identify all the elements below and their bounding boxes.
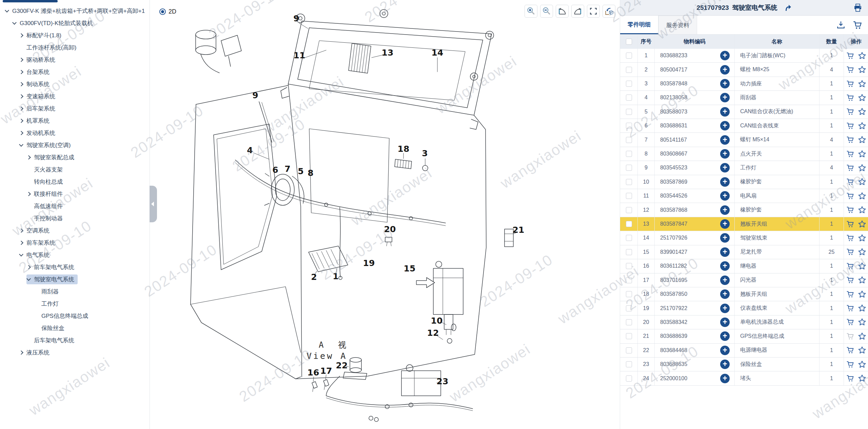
row-favorite-icon[interactable] (858, 304, 866, 312)
add-to-list-icon[interactable] (720, 261, 730, 271)
row-cart-icon[interactable] (846, 262, 854, 270)
add-to-list-icon[interactable] (720, 79, 730, 88)
row-cart-icon[interactable] (846, 164, 854, 172)
row-favorite-icon[interactable] (858, 290, 866, 299)
add-to-list-icon[interactable] (720, 219, 730, 229)
view-mode-2d-radio[interactable]: 2D (159, 8, 176, 15)
part-callout[interactable]: 12 (427, 328, 439, 338)
cart-icon[interactable] (852, 20, 863, 30)
add-to-list-icon[interactable] (720, 149, 730, 159)
row-favorite-icon[interactable] (858, 332, 866, 341)
row-checkbox[interactable] (626, 95, 632, 101)
table-row[interactable]: 2 805004717 螺栓 M8×25 4 (620, 63, 868, 77)
part-callout[interactable]: 13 (382, 48, 394, 58)
tree-item[interactable]: 标配铲斗(1.8) (0, 29, 150, 41)
add-to-list-icon[interactable] (720, 107, 730, 117)
collapse-sidebar-handle[interactable] (150, 186, 157, 222)
tab-service-docs[interactable]: 服务资料 (658, 16, 697, 34)
row-cart-icon[interactable] (846, 65, 854, 74)
part-callout[interactable]: 3 (422, 148, 428, 158)
row-favorite-icon[interactable] (858, 107, 866, 116)
tree-item[interactable]: 驱动桥系统 (0, 54, 150, 66)
jump-up-icon[interactable] (784, 4, 792, 12)
table-row[interactable]: 23 803688635 保险丝盒 1 (620, 358, 868, 371)
part-callout[interactable]: 14 (432, 48, 443, 58)
part-callout[interactable]: 19 (363, 258, 375, 268)
row-cart-icon[interactable] (846, 206, 854, 214)
row-cart-icon[interactable] (846, 150, 854, 158)
row-cart-icon[interactable] (846, 52, 854, 60)
select-all-checkbox[interactable] (626, 39, 632, 45)
add-to-list-icon[interactable] (720, 304, 730, 313)
row-favorite-icon[interactable] (858, 80, 866, 88)
row-checkbox[interactable] (626, 151, 632, 157)
tree-item[interactable]: 工作连杆系统(高卸) (0, 41, 150, 54)
row-checkbox[interactable] (626, 109, 632, 115)
rotate-right-button[interactable] (571, 5, 584, 18)
part-callout[interactable]: 9 (252, 90, 258, 100)
row-cart-icon[interactable] (846, 346, 854, 354)
add-to-list-icon[interactable] (720, 191, 730, 201)
add-to-list-icon[interactable] (720, 135, 730, 145)
table-row[interactable]: 24 252000100 堵头 1 (620, 371, 868, 385)
fit-screen-button[interactable] (587, 5, 600, 18)
add-to-list-icon[interactable] (720, 121, 730, 130)
add-to-list-icon[interactable] (720, 360, 730, 369)
part-callout[interactable]: 7 (284, 164, 290, 174)
add-to-list-icon[interactable] (720, 65, 730, 75)
tree-item[interactable]: 电气系统 (0, 249, 150, 261)
part-callout[interactable]: 20 (384, 224, 396, 234)
table-row[interactable]: 19 251707922 仪表盘线束 1 (620, 301, 868, 315)
row-cart-icon[interactable] (846, 276, 854, 284)
tree-item[interactable]: 后车架电气系统 (0, 334, 150, 346)
sidebar-scrollbar[interactable] (3, 0, 58, 2)
download-icon[interactable] (836, 20, 846, 30)
add-to-list-icon[interactable] (720, 331, 730, 341)
table-row[interactable]: 18 803587850 翘板开关组 1 (620, 287, 868, 301)
row-checkbox[interactable] (626, 137, 632, 143)
row-cart-icon[interactable] (846, 94, 854, 102)
row-favorite-icon[interactable] (858, 136, 866, 144)
row-checkbox[interactable] (626, 179, 632, 185)
row-cart-icon[interactable] (846, 192, 854, 200)
row-checkbox[interactable] (626, 53, 632, 59)
tree-item[interactable]: 液压系统 (0, 346, 150, 359)
row-favorite-icon[interactable] (858, 374, 866, 383)
row-favorite-icon[interactable] (858, 276, 866, 284)
table-row[interactable]: 6 803688631 CAN组合表线束 1 (620, 119, 868, 133)
tree-item[interactable]: 机罩系统 (0, 115, 150, 127)
tree-item[interactable]: G300FV-K 潍柴+杭齿箱+干式桥+两联+空调+高卸+1 (0, 5, 150, 17)
add-to-list-icon[interactable] (720, 163, 730, 172)
table-row[interactable]: 22 803684468 电源继电器 1 (620, 344, 868, 358)
rotate-left-button[interactable] (556, 5, 569, 18)
row-favorite-icon[interactable] (858, 220, 866, 228)
row-cart-icon[interactable] (846, 80, 854, 88)
row-favorite-icon[interactable] (858, 164, 866, 172)
tree-item[interactable]: 雨刮器 (0, 285, 150, 298)
row-favorite-icon[interactable] (858, 360, 866, 369)
row-cart-icon[interactable] (846, 178, 854, 186)
table-row[interactable]: 1 803688233 电子油门踏板(WC) 1 (620, 49, 868, 63)
row-cart-icon[interactable] (846, 220, 854, 228)
add-to-list-icon[interactable] (720, 233, 730, 243)
part-callout[interactable]: 1 (333, 271, 338, 281)
part-callout[interactable]: 15 (404, 264, 416, 273)
table-row[interactable]: 15 839901427 尼龙扎带 25 (620, 245, 868, 259)
row-checkbox[interactable] (626, 165, 632, 171)
tree-item[interactable]: 驾驶室电气系统 (0, 273, 150, 285)
row-checkbox[interactable] (626, 347, 632, 353)
table-row[interactable]: 16 803611282 继电器 1 (620, 259, 868, 273)
row-cart-icon[interactable] (846, 248, 854, 256)
row-checkbox[interactable] (626, 235, 632, 241)
table-row[interactable]: 5 803588073 CAN组合仪表(无燃油) 1 (620, 105, 868, 119)
row-favorite-icon[interactable] (858, 192, 866, 200)
add-to-list-icon[interactable] (720, 177, 730, 187)
row-checkbox[interactable] (626, 123, 632, 129)
tree-item[interactable]: 灭火器支架 (0, 163, 150, 176)
row-cart-icon[interactable] (846, 304, 854, 312)
row-cart-icon[interactable] (846, 374, 854, 383)
row-checkbox[interactable] (626, 207, 632, 213)
add-to-list-icon[interactable] (720, 289, 730, 299)
row-favorite-icon[interactable] (858, 234, 866, 242)
table-row[interactable]: 17 803701695 闪光器 1 (620, 273, 868, 287)
